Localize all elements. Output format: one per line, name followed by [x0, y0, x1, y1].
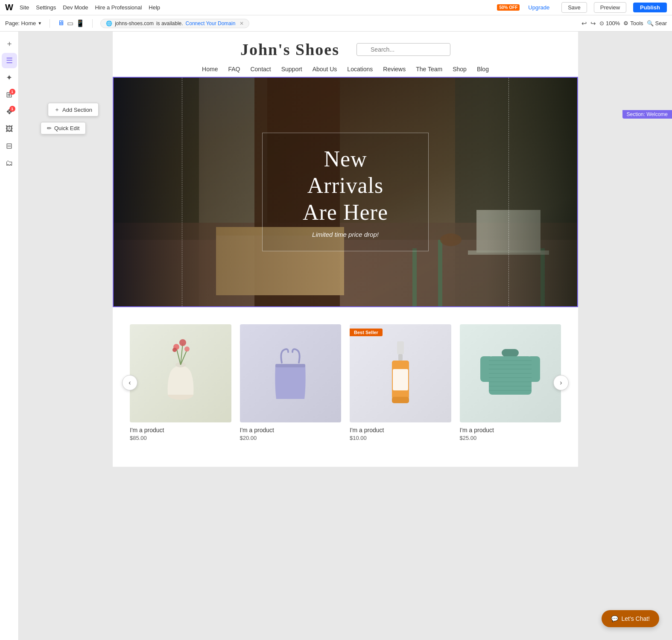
desktop-icon[interactable]: 🖥 [58, 19, 64, 27]
second-bar: Page: Home ▼ 🖥 ▭ 📱 🌐 johns-shoes.com is … [0, 15, 672, 32]
close-icon[interactable]: ✕ [240, 20, 244, 26]
preview-button[interactable]: Preview [594, 2, 626, 13]
product-name-4: I'm a product [460, 427, 561, 433]
product-card-2[interactable]: I'm a product $20.00 [240, 324, 342, 441]
nav-support[interactable]: Support [281, 66, 302, 73]
apps-badge: 1 [9, 89, 15, 95]
right-tools: ↩ ↪ ⊙ 100% ⚙ Tools 🔍 Sear [581, 20, 667, 27]
vase-svg [159, 339, 202, 407]
sidebar-data[interactable]: 🗂 [2, 155, 17, 171]
chat-label: Let's Chat! [622, 615, 650, 622]
divider [50, 19, 50, 28]
nav-locations[interactable]: Locations [347, 66, 373, 73]
svg-rect-30 [392, 397, 409, 403]
product-image-2 [240, 324, 342, 422]
save-button[interactable]: Save [561, 2, 587, 13]
hero-subtitle: Limited time price drop! [288, 231, 403, 238]
dev-mode-menu[interactable]: Dev Mode [63, 4, 88, 11]
svg-rect-26 [397, 341, 404, 354]
nav-the-team[interactable]: The Team [416, 66, 442, 73]
site-search-input[interactable] [356, 43, 450, 56]
site-canvas: John's Shoes 🔍 Home FAQ Contact Support … [113, 32, 578, 467]
globe-icon: 🌐 [106, 20, 112, 26]
product-price-4: $25.00 [460, 435, 561, 441]
publish-button[interactable]: Publish [633, 3, 667, 12]
help-menu[interactable]: Help [149, 4, 160, 11]
hero-title: New Arrivals Are Here [288, 146, 403, 226]
nav-faq[interactable]: FAQ [228, 66, 240, 73]
hero-text-box: New Arrivals Are Here Limited time price… [262, 133, 429, 251]
sidebar-wix-apps[interactable]: ✦ [2, 70, 17, 85]
settings-menu[interactable]: Settings [36, 4, 56, 11]
product-price-3: $10.00 [350, 435, 451, 441]
nav-shop[interactable]: Shop [453, 66, 467, 73]
search-button[interactable]: 🔍 Sear [647, 20, 667, 26]
product-card-4[interactable]: I'm a product $25.00 [460, 324, 561, 441]
zoom-control[interactable]: ⊙ 100% [599, 20, 620, 26]
nav-reviews[interactable]: Reviews [383, 66, 406, 73]
domain-text: johns-shoes.com [115, 20, 154, 26]
nav-blog[interactable]: Blog [477, 66, 489, 73]
carousel-next-button[interactable]: › [553, 375, 569, 390]
sidebar-media[interactable]: 🖼 [2, 121, 17, 137]
product-price-2: $20.00 [240, 435, 342, 441]
domain-bar: 🌐 johns-shoes.com is available. Connect … [100, 19, 249, 28]
sidebar-pages[interactable]: ☰ [2, 53, 17, 68]
site-nav: Home FAQ Contact Support About Us Locati… [202, 59, 489, 77]
product-name-3: I'm a product [350, 427, 451, 433]
svg-rect-32 [489, 356, 532, 395]
top-bar: W Site Settings Dev Mode Hire a Professi… [0, 0, 672, 15]
tablet-icon[interactable]: ▭ [67, 19, 73, 27]
product-name-2: I'm a product [240, 427, 342, 433]
product-card-3[interactable]: Best Seller [350, 324, 451, 441]
svg-rect-31 [502, 349, 519, 357]
sidebar-sections[interactable]: ⊟ [2, 138, 17, 154]
editor-layout: ＋ ☰ ✦ ⊞ 1 ❖ 1 🖼 ⊟ 🗂 ＋ Add Section [0, 32, 672, 640]
plus-icon: ＋ [6, 38, 13, 49]
chat-icon: 💬 [611, 615, 618, 622]
pages-icon: ☰ [6, 56, 13, 65]
chat-button[interactable]: 💬 Let's Chat! [602, 610, 660, 627]
nav-home[interactable]: Home [202, 66, 218, 73]
promo-badge: 50% OFF [497, 4, 520, 11]
connect-domain-link[interactable]: Connect Your Domain [186, 20, 236, 26]
tools-button[interactable]: ⚙ Tools [623, 20, 643, 26]
page-selector[interactable]: Page: Home ▼ [5, 20, 42, 26]
undo-button[interactable]: ↩ [581, 20, 587, 27]
redo-button[interactable]: ↪ [590, 20, 596, 27]
nav-contact[interactable]: Contact [250, 66, 271, 73]
search-box-wrapper: 🔍 [356, 43, 450, 56]
carousel-prev-button[interactable]: ‹ [122, 375, 137, 390]
svg-rect-27 [398, 354, 403, 361]
svg-point-24 [172, 348, 177, 352]
sidebar-add[interactable]: ＋ [2, 36, 17, 51]
product-card-1[interactable]: I'm a product $85.00 [130, 324, 231, 441]
hire-professional-menu[interactable]: Hire a Professional [95, 4, 142, 11]
quick-edit-button[interactable]: ✏ Quick Edit [41, 122, 86, 134]
products-carousel: ‹ [130, 324, 561, 441]
svg-line-18 [176, 348, 181, 365]
product-image-4 [460, 324, 561, 422]
dashed-line-left [182, 78, 182, 306]
upgrade-link[interactable]: Upgrade [528, 4, 549, 11]
hero-section: New Arrivals Are Here Limited time price… [113, 77, 578, 307]
dashed-line-right [508, 78, 509, 306]
nav-about-us[interactable]: About Us [313, 66, 337, 73]
product-price-1: $85.00 [130, 435, 231, 441]
product-name-1: I'm a product [130, 427, 231, 433]
sidebar-widgets[interactable]: ❖ 1 [2, 104, 17, 119]
pencil-icon: ✏ [47, 125, 52, 131]
add-section-button[interactable]: ＋ Add Section [48, 103, 99, 116]
sidebar-apps[interactable]: ⊞ 1 [2, 87, 17, 102]
mobile-icon[interactable]: 📱 [76, 19, 85, 27]
left-sidebar: ＋ ☰ ✦ ⊞ 1 ❖ 1 🖼 ⊟ 🗂 [0, 32, 19, 640]
domain-available-text: is available. [156, 20, 183, 26]
data-icon: 🗂 [6, 159, 13, 168]
site-menu[interactable]: Site [20, 4, 29, 11]
page-label: Page: Home [5, 20, 36, 26]
product-image-3 [350, 324, 451, 422]
products-grid: I'm a product $85.00 [130, 324, 561, 441]
sweater-svg [478, 346, 542, 401]
site-header: John's Shoes 🔍 Home FAQ Contact Support … [113, 32, 578, 77]
add-section-plus-icon: ＋ [54, 106, 60, 113]
